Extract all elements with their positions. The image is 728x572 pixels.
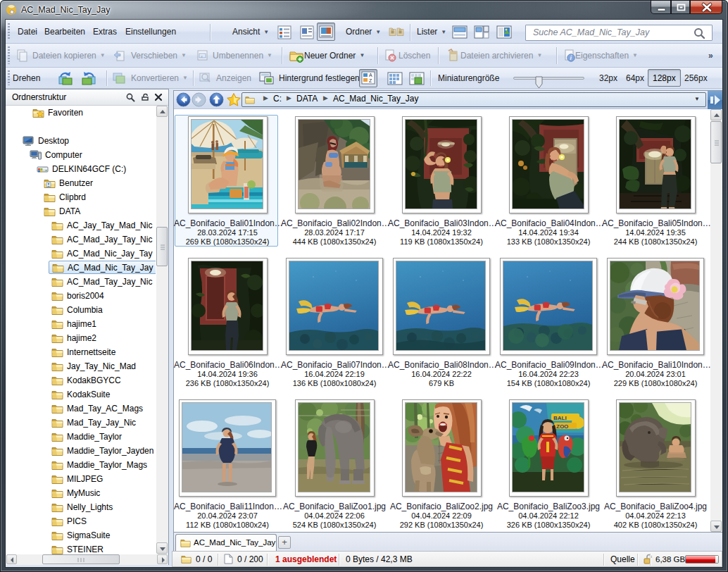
svg-text:Z: Z bbox=[369, 78, 372, 83]
svg-text:A: A bbox=[369, 73, 372, 77]
svg-text:ZOO: ZOO bbox=[556, 423, 568, 430]
svg-text:BALI: BALI bbox=[553, 415, 567, 421]
